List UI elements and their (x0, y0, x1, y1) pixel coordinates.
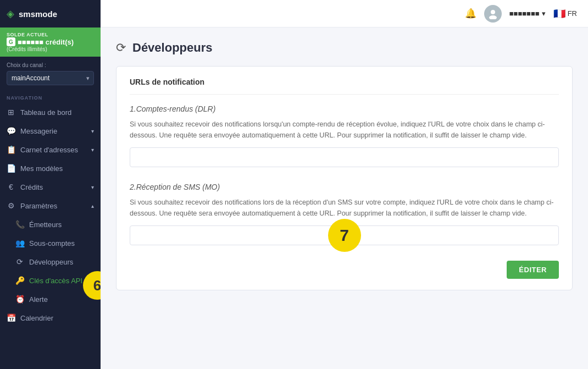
sidebar-label-emetteurs: Émetteurs (29, 221, 62, 229)
sidebar-item-credits[interactable]: € Crédits ▾ (0, 178, 101, 196)
avatar (484, 5, 502, 23)
svg-point-0 (491, 10, 495, 14)
credits-chevron: ▾ (91, 184, 94, 190)
edit-button[interactable]: ÉDITER (507, 261, 559, 279)
page-title: Développeurs (132, 41, 213, 55)
subsection-dlr-title: 1.Comptes-rendus (DLR) (130, 104, 559, 113)
flag-icon: 🇫🇷 (553, 8, 565, 20)
sidebar-label-mes-modeles: Mes modèles (20, 164, 63, 173)
balance-value: ■■■■■■ crédit(s) (18, 38, 74, 46)
sidebar-label-carnet-adresses: Carnet d'adresses (20, 146, 78, 154)
subsection-mo-desc: Si vous souhaitez recevoir des notificat… (130, 197, 559, 219)
channel-label: Choix du canal : (7, 62, 94, 68)
sidebar: ◈ smsmode SOLDE ACTUEL G ■■■■■■ crédit(s… (0, 0, 101, 369)
subsection-mo-title: 2.Réception de SMS (MO) (130, 183, 559, 191)
nav-label: NAVIGATION (0, 91, 101, 103)
sidebar-label-tableau-de-bord: Tableau de bord (20, 108, 71, 117)
credits-icon: € (7, 183, 15, 191)
calendrier-icon: 📅 (7, 313, 15, 322)
subsection-mo: 2.Réception de SMS (MO) Si vous souhaite… (130, 183, 559, 245)
parametres-chevron: ▴ (91, 203, 94, 209)
page-content: ⟳ Développeurs URLs de notification 1.Co… (101, 27, 588, 369)
main-card: URLs de notification 1.Comptes-rendus (D… (116, 66, 573, 290)
sidebar-label-sous-comptes: Sous-comptes (29, 239, 75, 247)
username-text: ■■■■■■■ (509, 9, 540, 18)
subsection-dlr-desc: Si vous souhaitez recevoir des notificat… (130, 119, 559, 141)
balance-icon: G (7, 37, 15, 46)
username[interactable]: ■■■■■■■ ▾ (509, 9, 546, 18)
balance-amount: G ■■■■■■ crédit(s) (7, 37, 94, 46)
sidebar-label-developpeurs: Développeurs (29, 258, 73, 266)
dlr-url-input[interactable] (130, 147, 559, 167)
sidebar-item-sous-comptes[interactable]: 👥 Sous-comptes (0, 234, 101, 252)
sidebar-item-messagerie[interactable]: 💬 Messagerie ▾ (0, 122, 101, 140)
carnet-adresses-icon: 📋 (7, 145, 15, 154)
sidebar-item-parametres[interactable]: ⚙ Paramètres ▴ (0, 196, 101, 215)
svg-point-1 (489, 15, 497, 19)
cles-api-wrapper: 🔑 Clés d'accès API 6 (0, 271, 101, 290)
alerte-icon: ⏰ (15, 295, 24, 304)
username-chevron: ▾ (542, 9, 546, 18)
logo-text: smsmode (19, 9, 57, 19)
mo-input-wrapper: 7 (130, 225, 559, 245)
mes-modeles-icon: 📄 (7, 164, 15, 173)
sidebar-label-calendrier: Calendrier (20, 314, 53, 322)
sous-comptes-icon: 👥 (15, 239, 24, 247)
sidebar-item-emetteurs[interactable]: 📞 Émetteurs (0, 215, 101, 234)
sidebar-nav: ⊞ Tableau de bord 💬 Messagerie ▾ 📋 Carne… (0, 103, 101, 369)
cles-acces-api-icon: 🔑 (15, 276, 24, 285)
page-title-row: ⟳ Développeurs (116, 41, 573, 55)
sidebar-item-calendrier[interactable]: 📅 Calendrier (0, 309, 101, 327)
channel-select[interactable]: mainAccount (7, 71, 94, 85)
developpeurs-icon: ⟳ (15, 257, 24, 266)
main-area: 🔔 ■■■■■■■ ▾ 🇫🇷 FR ⟳ Développeurs URLs de… (101, 0, 588, 369)
messagerie-chevron: ▾ (91, 128, 94, 134)
channel-section: Choix du canal : mainAccount (0, 57, 101, 91)
channel-wrapper: mainAccount (7, 71, 94, 85)
page-title-icon: ⟳ (116, 41, 126, 55)
balance-section: SOLDE ACTUEL G ■■■■■■ crédit(s) (Crédits… (0, 27, 101, 57)
carnet-chevron: ▾ (91, 147, 94, 153)
messagerie-icon: 💬 (7, 126, 15, 135)
sidebar-label-messagerie: Messagerie (20, 127, 57, 135)
logo-area: ◈ smsmode (0, 0, 101, 27)
emetteurs-icon: 📞 (15, 220, 24, 229)
sidebar-item-developpeurs[interactable]: ⟳ Développeurs (0, 252, 101, 271)
sidebar-label-alerte: Alerte (29, 295, 48, 304)
language-code: FR (568, 9, 577, 18)
language-selector[interactable]: 🇫🇷 FR (553, 8, 577, 20)
mo-url-input[interactable] (130, 225, 559, 245)
balance-label: SOLDE ACTUEL (7, 32, 94, 37)
parametres-icon: ⚙ (7, 201, 15, 210)
subsection-dlr: 1.Comptes-rendus (DLR) Si vous souhaitez… (130, 104, 559, 167)
card-section-title: URLs de notification (130, 78, 559, 95)
sidebar-item-tableau-de-bord[interactable]: ⊞ Tableau de bord (0, 103, 101, 122)
sidebar-label-credits: Crédits (20, 183, 43, 191)
sidebar-item-mes-modeles[interactable]: 📄 Mes modèles (0, 159, 101, 178)
balance-sub: (Crédits illimités) (7, 46, 94, 52)
sidebar-label-parametres: Paramètres (20, 202, 57, 210)
logo-icon: ◈ (7, 8, 14, 20)
bell-icon[interactable]: 🔔 (465, 8, 476, 19)
sidebar-item-carnet-adresses[interactable]: 📋 Carnet d'adresses ▾ (0, 140, 101, 159)
tableau-de-bord-icon: ⊞ (7, 108, 15, 117)
sidebar-label-cles-acces-api: Clés d'accès API (29, 277, 82, 285)
header: 🔔 ■■■■■■■ ▾ 🇫🇷 FR (101, 0, 588, 27)
card-footer: ÉDITER (130, 261, 559, 279)
